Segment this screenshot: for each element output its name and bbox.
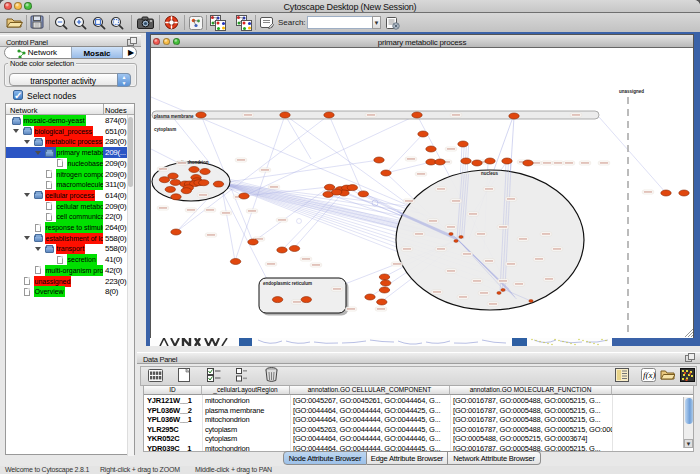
svg-text:f(x): f(x) — [643, 370, 656, 380]
svg-text:unassigned: unassigned — [619, 89, 644, 94]
svg-text:endoplasmic reticulum: endoplasmic reticulum — [263, 281, 312, 286]
svg-text:cytoplasm: cytoplasm — [154, 127, 176, 132]
svg-text:plasma membrane: plasma membrane — [154, 114, 194, 119]
svg-text:nucleus: nucleus — [481, 171, 499, 176]
